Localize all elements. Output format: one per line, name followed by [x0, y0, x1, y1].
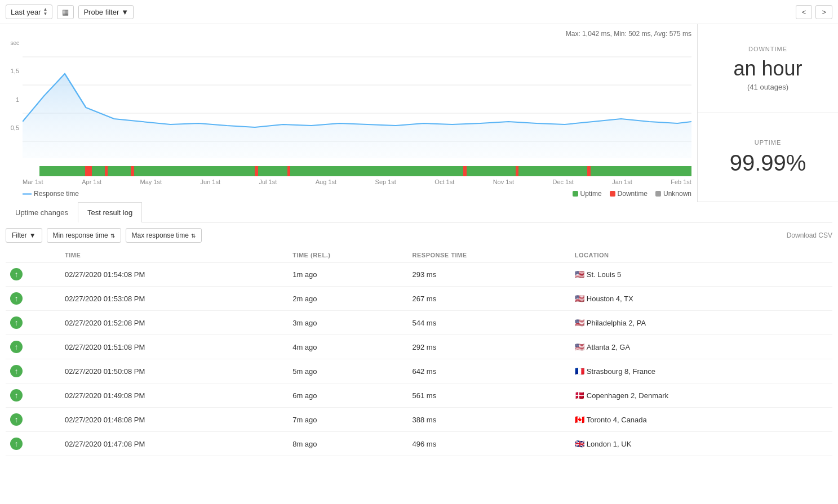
row-location: 🇺🇸Houston 4, TX	[570, 287, 832, 311]
downtime-label: DOWNTIME	[748, 46, 787, 52]
chart-section: Max: 1,042 ms, Min: 502 ms, Avg: 575 ms …	[0, 24, 697, 202]
row-status: ↑	[6, 287, 60, 311]
min-response-arrows: ⇅	[110, 233, 115, 239]
sidebar: DOWNTIME an hour (41 outages) UPTIME 99.…	[697, 24, 838, 202]
row-response: 496 ms	[408, 432, 570, 456]
tab-uptime-changes[interactable]: Uptime changes	[6, 202, 78, 222]
download-csv[interactable]: Download CSV	[787, 231, 832, 239]
th-response: RESPONSE TIME	[408, 248, 570, 262]
status-bar	[39, 166, 691, 176]
flag-icon: 🇺🇸	[575, 294, 584, 303]
tabs: Uptime changes Test result log	[6, 202, 832, 222]
x-axis: Mar 1st Apr 1st May 1st Jun 1st Jul 1st …	[6, 176, 691, 185]
row-response: 293 ms	[408, 262, 570, 287]
downtime-card: DOWNTIME an hour (41 outages)	[698, 24, 838, 113]
status-icon: ↑	[10, 268, 23, 280]
filter-bar-left: Filter ▼ Min response time ⇅ Max respons…	[6, 228, 202, 243]
table-row: ↑ 02/27/2020 01:50:08 PM 5m ago 642 ms 🇫…	[6, 359, 832, 383]
downtime-value: an hour	[733, 57, 802, 81]
filter-label: Filter	[12, 231, 27, 239]
x-label-11: Feb 1st	[671, 179, 691, 185]
tab-test-result-log[interactable]: Test result log	[78, 202, 142, 222]
row-time: 02/27/2020 01:53:08 PM	[60, 287, 288, 311]
next-button[interactable]: >	[815, 5, 832, 19]
status-icon: ↑	[10, 413, 23, 426]
status-icon: ↑	[10, 316, 23, 329]
row-time: 02/27/2020 01:48:08 PM	[60, 408, 288, 432]
row-time: 02/27/2020 01:47:08 PM	[60, 432, 288, 456]
main-content: Max: 1,042 ms, Min: 502 ms, Avg: 575 ms …	[0, 24, 838, 202]
downtime-dot	[610, 191, 615, 197]
row-status: ↑	[6, 311, 60, 335]
time-range-arrows: ▲▼	[43, 7, 47, 16]
bottom-section: Uptime changes Test result log Filter ▼ …	[0, 202, 838, 456]
row-time-rel: 5m ago	[288, 359, 407, 383]
table-row: ↑ 02/27/2020 01:47:08 PM 8m ago 496 ms 🇬…	[6, 432, 832, 456]
x-label-8: Nov 1st	[493, 179, 514, 185]
chart-y-axis: sec 1,5 1 0,5	[6, 40, 23, 164]
time-range-select[interactable]: Last year ▲▼	[6, 5, 52, 19]
row-status: ↑	[6, 408, 60, 432]
row-time-rel: 6m ago	[288, 383, 407, 408]
row-location: 🇬🇧London 1, UK	[570, 432, 832, 456]
table-row: ↑ 02/27/2020 01:48:08 PM 7m ago 388 ms 🇨…	[6, 408, 832, 432]
chart-svg	[23, 40, 691, 164]
th-location: LOCATION	[570, 248, 832, 262]
probe-filter-button[interactable]: Probe filter ▼	[78, 5, 134, 19]
row-response: 388 ms	[408, 408, 570, 432]
status-icon: ↑	[10, 341, 23, 353]
y-label-1: 1,5	[6, 68, 19, 74]
x-label-7: Oct 1st	[434, 179, 454, 185]
toolbar-right: < >	[796, 5, 832, 19]
legend-right: Uptime Downtime Unknown	[573, 190, 691, 198]
status-icon: ↑	[10, 292, 23, 305]
x-label-10: Jan 1st	[612, 179, 632, 185]
chart-meta: Max: 1,042 ms, Min: 502 ms, Avg: 575 ms	[6, 30, 691, 38]
row-location: 🇺🇸Atlanta 2, GA	[570, 335, 832, 359]
calendar-button[interactable]: ▦	[57, 5, 74, 19]
flag-icon: 🇩🇰	[575, 391, 584, 400]
uptime-label: Uptime	[580, 190, 602, 198]
x-label-2: May 1st	[140, 179, 162, 185]
x-label-0: Mar 1st	[23, 179, 43, 185]
legend-downtime: Downtime	[610, 190, 648, 198]
status-icon: ↑	[10, 389, 23, 402]
filter-button[interactable]: Filter ▼	[6, 228, 42, 243]
prev-button[interactable]: <	[796, 5, 813, 19]
y-label-3: 0,5	[6, 124, 19, 131]
max-response-sort[interactable]: Max response time ⇅	[126, 228, 202, 243]
min-response-label: Min response time	[53, 231, 108, 239]
row-status: ↑	[6, 432, 60, 456]
x-label-4: Jul 1st	[259, 179, 277, 185]
legend-unknown: Unknown	[655, 190, 691, 198]
th-time: TIME	[60, 248, 288, 262]
row-time-rel: 1m ago	[288, 262, 407, 287]
probe-filter-label: Probe filter	[83, 8, 119, 16]
unknown-label: Unknown	[663, 190, 691, 198]
uptime-card: UPTIME 99.99%	[698, 113, 838, 202]
row-time: 02/27/2020 01:50:08 PM	[60, 359, 288, 383]
chart-area	[23, 40, 691, 164]
row-location: 🇫🇷Strasbourg 8, France	[570, 359, 832, 383]
table-header-row: TIME TIME (REL.) RESPONSE TIME LOCATION	[6, 248, 832, 262]
row-time-rel: 8m ago	[288, 432, 407, 456]
max-response-label: Max response time	[132, 231, 189, 239]
x-label-9: Dec 1st	[552, 179, 573, 185]
uptime-label: UPTIME	[755, 139, 782, 146]
legend-uptime: Uptime	[573, 190, 602, 198]
row-response: 292 ms	[408, 335, 570, 359]
row-status: ↑	[6, 359, 60, 383]
response-time-label: Response time	[34, 190, 79, 198]
row-time: 02/27/2020 01:51:08 PM	[60, 335, 288, 359]
min-response-sort[interactable]: Min response time ⇅	[47, 228, 121, 243]
toolbar: Last year ▲▼ ▦ Probe filter ▼ < >	[0, 0, 838, 24]
max-response-arrows: ⇅	[191, 233, 196, 239]
sec-label: sec	[6, 40, 19, 46]
toolbar-left: Last year ▲▼ ▦ Probe filter ▼	[6, 5, 134, 19]
row-location: 🇩🇰Copenhagen 2, Denmark	[570, 383, 832, 408]
row-location: 🇨🇦Toronto 4, Canada	[570, 408, 832, 432]
x-label-5: Aug 1st	[316, 179, 336, 185]
unknown-dot	[655, 191, 661, 197]
row-time-rel: 7m ago	[288, 408, 407, 432]
table-header: TIME TIME (REL.) RESPONSE TIME LOCATION	[6, 248, 832, 262]
